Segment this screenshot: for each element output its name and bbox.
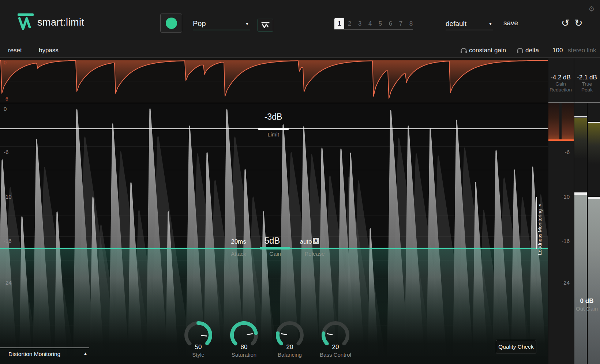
record-reference-button[interactable] xyxy=(160,14,182,33)
redo-button[interactable]: ↻ xyxy=(574,18,583,28)
delta-toggle[interactable]: delta xyxy=(525,47,539,54)
distortion-monitoring-toggle[interactable]: Distortion Monitoring xyxy=(8,351,60,357)
chevron-down-icon: ▼ xyxy=(245,22,250,26)
gain-label: Gain xyxy=(260,251,290,257)
record-icon xyxy=(166,18,177,29)
save-button[interactable]: save xyxy=(503,19,518,27)
gr-scale-label: -6 xyxy=(4,96,8,102)
knob-label-balancing: Balancing xyxy=(268,352,312,358)
snapshot-slot-5[interactable]: 5 xyxy=(375,18,385,29)
knob-value-balancing[interactable]: 20 xyxy=(268,344,312,351)
gain-line-handle[interactable] xyxy=(260,247,290,249)
gain-reduction-meter-left xyxy=(548,103,559,139)
output-level-left xyxy=(574,195,587,364)
attack-value[interactable]: 20ms xyxy=(224,238,253,245)
auto-release-badge[interactable]: A xyxy=(313,238,319,244)
waveform-display: 0-6-10-16-24 -3dB Limit 20ms 5dB auto A … xyxy=(0,103,548,364)
true-peak-label: TruePeak xyxy=(574,81,600,93)
smart-limit-window: smart:limit Pop ▼ 12345678 default ▼ sav… xyxy=(0,0,600,364)
knob-value-bass-control[interactable]: 20 xyxy=(314,344,357,351)
quality-check-button[interactable]: Quality Check xyxy=(496,340,536,353)
gain-value[interactable]: 5dB xyxy=(254,236,290,246)
bypass-button[interactable]: bypass xyxy=(39,47,59,54)
divider xyxy=(574,58,574,364)
gain-reduction-label: GainReduction xyxy=(548,81,574,93)
expand-arrow-icon[interactable]: ▲ xyxy=(83,351,87,356)
meter-scale-label: -10 xyxy=(548,194,570,200)
knob-value-style[interactable]: 50 xyxy=(176,344,220,351)
peak-zone-left xyxy=(574,118,587,159)
page-title: smart:limit xyxy=(37,17,85,28)
knob-label-style: Style xyxy=(176,352,220,358)
settings-gear-icon[interactable]: ⚙ xyxy=(588,4,595,13)
distortion-monitoring-line xyxy=(0,348,89,348)
snapshot-slots-underline xyxy=(334,29,413,30)
snapshot-slot-3[interactable]: 3 xyxy=(355,18,365,29)
meter-scale-label: -24 xyxy=(548,279,570,286)
peak-hold-right xyxy=(588,122,600,123)
gr-scale-label: 0 xyxy=(4,60,7,65)
db-scale-label: 0 xyxy=(4,106,7,112)
undo-button[interactable]: ↺ xyxy=(561,18,570,28)
stereo-link-label: stereo link xyxy=(568,47,596,54)
constant-gain-toggle[interactable]: constant gain xyxy=(469,47,506,54)
reset-button[interactable]: reset xyxy=(8,47,22,54)
snapshot-slot-1[interactable]: 1 xyxy=(334,18,344,29)
genre-dropdown-value: Pop xyxy=(193,19,206,28)
true-peak-value: -2.1 dB xyxy=(574,74,600,81)
chevron-down-icon: ▼ xyxy=(488,22,493,26)
level-band-left xyxy=(574,192,587,195)
sonible-glyph-icon xyxy=(261,22,270,29)
gain-reduction-graph: 0-6 xyxy=(0,57,548,103)
snapshot-slot-6[interactable]: 6 xyxy=(386,18,395,29)
snapshot-slot-7[interactable]: 7 xyxy=(396,18,406,29)
knob-value-saturation[interactable]: 80 xyxy=(222,344,266,351)
peak-zone-right xyxy=(588,123,600,164)
peak-hold-left xyxy=(574,116,587,117)
gain-reduction-value: -4.2 dB xyxy=(548,74,574,81)
preset-dropdown-value: default xyxy=(446,20,466,28)
headphones-icon xyxy=(460,48,467,53)
gain-reduction-trace xyxy=(0,58,548,103)
db-scale-label: -16 xyxy=(4,238,12,244)
snapshot-slot-2[interactable]: 2 xyxy=(345,18,355,29)
preset-dropdown[interactable]: default ▼ xyxy=(446,18,493,30)
limit-line-handle[interactable] xyxy=(258,128,289,130)
snapshot-slots: 12345678 xyxy=(334,18,416,29)
divider xyxy=(548,58,548,364)
top-bar xyxy=(0,0,600,57)
output-level-right xyxy=(588,199,600,364)
profile-learn-button[interactable] xyxy=(258,19,273,31)
attack-label: Attack xyxy=(224,251,253,257)
db-scale-label: -6 xyxy=(4,149,8,155)
out-gain-label: Out Gain xyxy=(574,305,600,312)
limit-value[interactable]: -3dB xyxy=(255,112,292,122)
release-label: Release xyxy=(300,251,329,257)
db-scale-label: -24 xyxy=(4,279,12,286)
divider xyxy=(587,103,588,364)
db-scale-label: -10 xyxy=(4,194,12,200)
stereo-link-value[interactable]: 100 xyxy=(552,47,563,54)
sonible-logo-icon xyxy=(18,12,34,31)
loudness-monitoring-toggle[interactable]: Loudness Monitoring ▲ xyxy=(537,195,543,255)
snapshot-slot-8[interactable]: 8 xyxy=(406,18,416,29)
genre-dropdown[interactable]: Pop ▼ xyxy=(193,18,250,30)
meter-zone: -4.2 dB GainReduction -2.1 dB TruePeak -… xyxy=(548,57,600,364)
headphones-icon xyxy=(517,48,524,53)
snapshot-slot-4[interactable]: 4 xyxy=(365,18,375,29)
out-gain-value[interactable]: 0 dB xyxy=(574,297,600,305)
gain-reduction-meter-right xyxy=(562,103,574,139)
meter-scale-label: -6 xyxy=(548,149,570,155)
gain-reduction-meter-cap xyxy=(548,139,574,141)
knob-label-bass-control: Bass Control xyxy=(314,352,357,358)
knob-label-saturation: Saturation xyxy=(222,352,266,358)
limit-label: Limit xyxy=(255,131,292,138)
meter-scale-label: -16 xyxy=(548,238,570,244)
